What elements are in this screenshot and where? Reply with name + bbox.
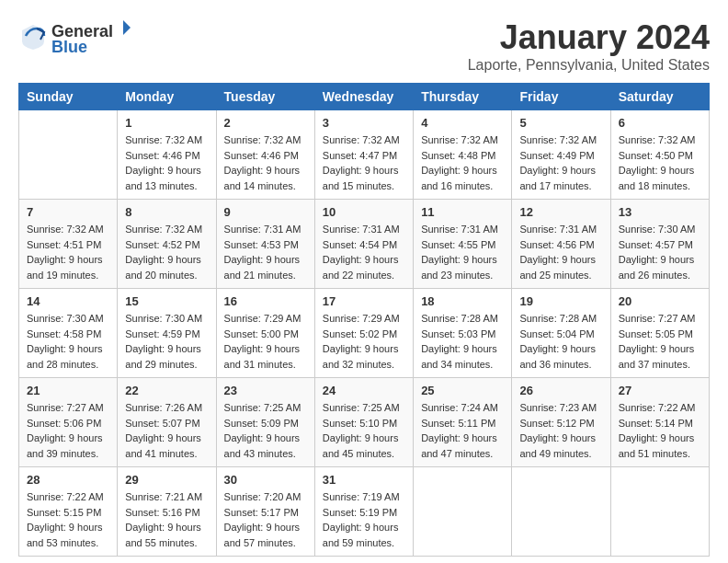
day-info: Sunrise: 7:21 AMSunset: 5:16 PMDaylight:… (125, 489, 208, 550)
calendar-day-cell: 2Sunrise: 7:32 AMSunset: 4:46 PMDaylight… (216, 110, 314, 200)
calendar-day-cell: 30Sunrise: 7:20 AMSunset: 5:17 PMDayligh… (216, 467, 314, 557)
calendar-day-cell: 18Sunrise: 7:28 AMSunset: 5:03 PMDayligh… (414, 289, 512, 378)
day-number: 23 (224, 384, 307, 397)
day-number: 29 (125, 473, 208, 487)
day-number: 17 (323, 294, 405, 308)
calendar-day-cell: 14Sunrise: 7:30 AMSunset: 4:58 PMDayligh… (19, 289, 118, 378)
calendar-header-cell: Friday (512, 84, 610, 110)
day-number: 9 (224, 205, 307, 219)
calendar-day-cell: 26Sunrise: 7:23 AMSunset: 5:12 PMDayligh… (512, 378, 610, 467)
day-number: 31 (323, 473, 405, 487)
month-title: January 2024 (468, 18, 710, 57)
day-number: 4 (421, 116, 504, 130)
day-info: Sunrise: 7:30 AMSunset: 4:57 PMDaylight:… (619, 222, 701, 282)
calendar-day-cell (19, 110, 118, 200)
day-number: 10 (323, 205, 405, 219)
day-number: 26 (519, 384, 602, 397)
day-info: Sunrise: 7:29 AMSunset: 5:02 PMDaylight:… (323, 311, 405, 372)
calendar-day-cell: 25Sunrise: 7:24 AMSunset: 5:11 PMDayligh… (414, 378, 512, 467)
day-number: 11 (421, 205, 504, 219)
day-info: Sunrise: 7:23 AMSunset: 5:12 PMDaylight:… (519, 400, 602, 461)
day-number: 3 (323, 116, 405, 130)
day-info: Sunrise: 7:20 AMSunset: 5:17 PMDaylight:… (224, 489, 307, 550)
day-info: Sunrise: 7:22 AMSunset: 5:14 PMDaylight:… (619, 400, 701, 461)
day-info: Sunrise: 7:19 AMSunset: 5:19 PMDaylight:… (323, 489, 405, 550)
svg-marker-1 (123, 20, 131, 35)
calendar-day-cell: 16Sunrise: 7:29 AMSunset: 5:00 PMDayligh… (216, 289, 314, 378)
day-number: 1 (125, 116, 208, 130)
calendar-day-cell: 10Sunrise: 7:31 AMSunset: 4:54 PMDayligh… (314, 200, 413, 289)
day-info: Sunrise: 7:25 AMSunset: 5:10 PMDaylight:… (323, 400, 405, 461)
day-number: 22 (125, 384, 208, 397)
day-number: 18 (421, 294, 504, 308)
calendar-header-cell: Sunday (19, 84, 118, 110)
day-info: Sunrise: 7:30 AMSunset: 4:59 PMDaylight:… (125, 311, 208, 372)
day-info: Sunrise: 7:32 AMSunset: 4:48 PMDaylight:… (421, 132, 504, 193)
day-number: 13 (619, 205, 701, 219)
calendar-day-cell: 17Sunrise: 7:29 AMSunset: 5:02 PMDayligh… (314, 289, 413, 378)
day-number: 14 (27, 294, 109, 308)
calendar-day-cell: 4Sunrise: 7:32 AMSunset: 4:48 PMDaylight… (414, 110, 512, 200)
logo-text-blue: Blue (51, 38, 87, 56)
calendar-day-cell: 27Sunrise: 7:22 AMSunset: 5:14 PMDayligh… (610, 378, 709, 467)
calendar-day-cell: 6Sunrise: 7:32 AMSunset: 4:50 PMDaylight… (610, 110, 709, 200)
calendar-header-cell: Monday (118, 84, 216, 110)
day-info: Sunrise: 7:31 AMSunset: 4:54 PMDaylight:… (323, 222, 405, 282)
day-number: 24 (323, 384, 405, 397)
day-info: Sunrise: 7:32 AMSunset: 4:47 PMDaylight:… (323, 132, 405, 193)
day-info: Sunrise: 7:30 AMSunset: 4:58 PMDaylight:… (27, 311, 109, 372)
day-number: 16 (224, 294, 307, 308)
calendar-day-cell: 12Sunrise: 7:31 AMSunset: 4:56 PMDayligh… (512, 200, 610, 289)
calendar-day-cell: 7Sunrise: 7:32 AMSunset: 4:51 PMDaylight… (19, 200, 118, 289)
day-info: Sunrise: 7:32 AMSunset: 4:52 PMDaylight:… (125, 222, 208, 282)
day-number: 27 (619, 384, 701, 397)
calendar-day-cell: 22Sunrise: 7:26 AMSunset: 5:07 PMDayligh… (118, 378, 216, 467)
calendar-day-cell: 8Sunrise: 7:32 AMSunset: 4:52 PMDaylight… (118, 200, 216, 289)
calendar-body: 1Sunrise: 7:32 AMSunset: 4:46 PMDaylight… (19, 110, 710, 557)
day-info: Sunrise: 7:27 AMSunset: 5:05 PMDaylight:… (619, 311, 701, 372)
calendar-day-cell (512, 467, 610, 557)
day-info: Sunrise: 7:31 AMSunset: 4:55 PMDaylight:… (421, 222, 504, 282)
page-header: General Blue January 2024 Laporte, Penns… (18, 18, 710, 74)
calendar-week-row: 1Sunrise: 7:32 AMSunset: 4:46 PMDaylight… (19, 110, 710, 200)
day-info: Sunrise: 7:27 AMSunset: 5:06 PMDaylight:… (27, 400, 109, 461)
calendar-day-cell: 5Sunrise: 7:32 AMSunset: 4:49 PMDaylight… (512, 110, 610, 200)
day-info: Sunrise: 7:32 AMSunset: 4:46 PMDaylight:… (125, 132, 208, 193)
location-title: Laporte, Pennsylvania, United States (468, 57, 710, 74)
day-info: Sunrise: 7:32 AMSunset: 4:46 PMDaylight:… (224, 132, 307, 193)
day-info: Sunrise: 7:31 AMSunset: 4:53 PMDaylight:… (224, 222, 307, 282)
calendar-day-cell: 15Sunrise: 7:30 AMSunset: 4:59 PMDayligh… (118, 289, 216, 378)
calendar-header-cell: Saturday (610, 84, 709, 110)
day-number: 19 (519, 294, 602, 308)
calendar-header-cell: Tuesday (216, 84, 314, 110)
calendar-day-cell: 3Sunrise: 7:32 AMSunset: 4:47 PMDaylight… (314, 110, 413, 200)
calendar-table: SundayMondayTuesdayWednesdayThursdayFrid… (18, 83, 710, 557)
day-number: 25 (421, 384, 504, 397)
calendar-day-cell: 21Sunrise: 7:27 AMSunset: 5:06 PMDayligh… (19, 378, 118, 467)
logo: General Blue (18, 18, 133, 57)
day-number: 21 (27, 384, 109, 397)
day-number: 28 (27, 473, 109, 487)
day-info: Sunrise: 7:28 AMSunset: 5:04 PMDaylight:… (519, 311, 602, 372)
day-info: Sunrise: 7:32 AMSunset: 4:50 PMDaylight:… (619, 132, 701, 193)
day-number: 30 (224, 473, 307, 487)
calendar-day-cell: 24Sunrise: 7:25 AMSunset: 5:10 PMDayligh… (314, 378, 413, 467)
calendar-header-cell: Wednesday (314, 84, 413, 110)
calendar-day-cell: 1Sunrise: 7:32 AMSunset: 4:46 PMDaylight… (118, 110, 216, 200)
day-number: 8 (125, 205, 208, 219)
logo-flag-icon (114, 18, 132, 37)
day-info: Sunrise: 7:24 AMSunset: 5:11 PMDaylight:… (421, 400, 504, 461)
calendar-header-row: SundayMondayTuesdayWednesdayThursdayFrid… (19, 84, 710, 110)
title-block: January 2024 Laporte, Pennsylvania, Unit… (468, 18, 710, 74)
day-number: 20 (619, 294, 701, 308)
day-number: 5 (519, 116, 602, 130)
calendar-day-cell (610, 467, 709, 557)
day-info: Sunrise: 7:25 AMSunset: 5:09 PMDaylight:… (224, 400, 307, 461)
day-info: Sunrise: 7:32 AMSunset: 4:49 PMDaylight:… (519, 132, 602, 193)
calendar-day-cell: 9Sunrise: 7:31 AMSunset: 4:53 PMDaylight… (216, 200, 314, 289)
day-number: 6 (619, 116, 701, 130)
day-number: 2 (224, 116, 307, 130)
day-number: 7 (27, 205, 109, 219)
calendar-day-cell: 29Sunrise: 7:21 AMSunset: 5:16 PMDayligh… (118, 467, 216, 557)
calendar-day-cell (414, 467, 512, 557)
